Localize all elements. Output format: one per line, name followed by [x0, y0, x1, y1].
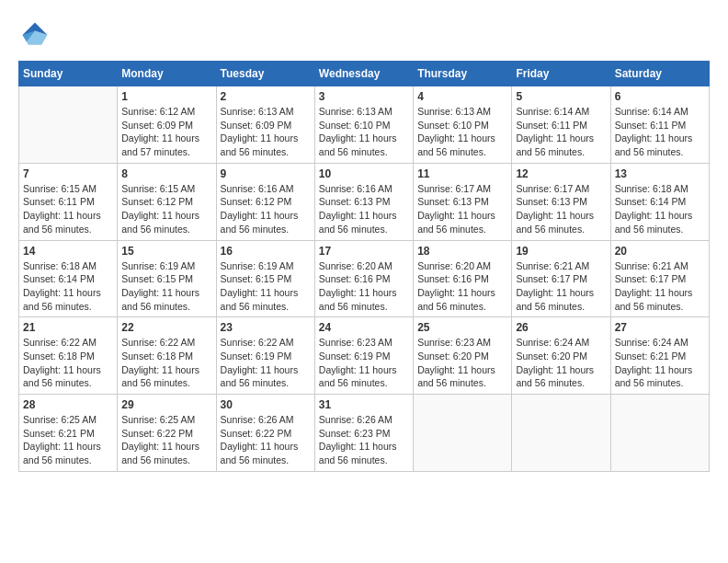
day-cell: 19Sunrise: 6:21 AM Sunset: 6:17 PM Dayli…: [512, 240, 610, 317]
day-info: Sunrise: 6:18 AM Sunset: 6:14 PM Dayligh…: [23, 259, 113, 314]
day-number: 20: [615, 245, 705, 258]
day-info: Sunrise: 6:24 AM Sunset: 6:20 PM Dayligh…: [516, 336, 606, 390]
day-cell: 18Sunrise: 6:20 AM Sunset: 6:16 PM Dayli…: [414, 240, 512, 317]
day-cell: 5Sunrise: 6:14 AM Sunset: 6:11 PM Daylig…: [512, 86, 610, 164]
day-cell: 6Sunrise: 6:14 AM Sunset: 6:11 PM Daylig…: [610, 86, 709, 164]
week-row-1: 7Sunrise: 6:15 AM Sunset: 6:11 PM Daylig…: [19, 163, 710, 240]
day-number: 10: [319, 167, 409, 180]
day-cell: 9Sunrise: 6:16 AM Sunset: 6:12 PM Daylig…: [216, 163, 314, 240]
logo-icon: [18, 18, 51, 52]
day-number: 28: [23, 398, 113, 411]
day-number: 5: [516, 90, 606, 103]
day-info: Sunrise: 6:12 AM Sunset: 6:09 PM Dayligh…: [121, 105, 211, 159]
calendar-header: SundayMondayTuesdayWednesdayThursdayFrid…: [19, 62, 710, 86]
day-info: Sunrise: 6:22 AM Sunset: 6:18 PM Dayligh…: [23, 336, 113, 390]
day-cell: 17Sunrise: 6:20 AM Sunset: 6:16 PM Dayli…: [314, 240, 413, 317]
day-cell: 29Sunrise: 6:25 AM Sunset: 6:22 PM Dayli…: [118, 395, 216, 472]
day-number: 14: [23, 245, 113, 258]
day-number: 7: [23, 167, 113, 180]
day-header-wednesday: Wednesday: [314, 62, 413, 86]
day-number: 15: [121, 245, 211, 258]
day-cell: 30Sunrise: 6:26 AM Sunset: 6:22 PM Dayli…: [216, 395, 314, 472]
day-info: Sunrise: 6:23 AM Sunset: 6:20 PM Dayligh…: [417, 336, 507, 390]
day-info: Sunrise: 6:16 AM Sunset: 6:13 PM Dayligh…: [319, 182, 409, 236]
day-info: Sunrise: 6:19 AM Sunset: 6:15 PM Dayligh…: [121, 259, 211, 314]
day-cell: 31Sunrise: 6:26 AM Sunset: 6:23 PM Dayli…: [314, 395, 413, 472]
day-number: 31: [319, 398, 409, 411]
day-number: 12: [516, 167, 606, 180]
day-info: Sunrise: 6:25 AM Sunset: 6:22 PM Dayligh…: [121, 413, 211, 467]
day-cell: 13Sunrise: 6:18 AM Sunset: 6:14 PM Dayli…: [610, 163, 709, 240]
day-header-thursday: Thursday: [414, 62, 512, 86]
day-number: 21: [23, 321, 113, 334]
day-number: 17: [319, 245, 409, 258]
day-cell: 7Sunrise: 6:15 AM Sunset: 6:11 PM Daylig…: [19, 163, 118, 240]
day-cell: 20Sunrise: 6:21 AM Sunset: 6:17 PM Dayli…: [610, 240, 709, 317]
day-info: Sunrise: 6:22 AM Sunset: 6:19 PM Dayligh…: [221, 336, 311, 390]
day-info: Sunrise: 6:26 AM Sunset: 6:23 PM Dayligh…: [319, 413, 409, 467]
day-info: Sunrise: 6:17 AM Sunset: 6:13 PM Dayligh…: [417, 182, 507, 236]
day-cell: 27Sunrise: 6:24 AM Sunset: 6:21 PM Dayli…: [610, 317, 709, 395]
day-info: Sunrise: 6:16 AM Sunset: 6:12 PM Dayligh…: [221, 182, 311, 236]
day-number: 24: [319, 321, 409, 334]
day-cell: 10Sunrise: 6:16 AM Sunset: 6:13 PM Dayli…: [314, 163, 413, 240]
day-cell: 22Sunrise: 6:22 AM Sunset: 6:18 PM Dayli…: [118, 317, 216, 395]
day-number: 30: [221, 398, 311, 411]
day-cell: 24Sunrise: 6:23 AM Sunset: 6:19 PM Dayli…: [314, 317, 413, 395]
day-number: 11: [417, 167, 507, 180]
week-row-4: 28Sunrise: 6:25 AM Sunset: 6:21 PM Dayli…: [19, 395, 710, 472]
day-info: Sunrise: 6:22 AM Sunset: 6:18 PM Dayligh…: [121, 336, 211, 390]
day-info: Sunrise: 6:15 AM Sunset: 6:12 PM Dayligh…: [121, 182, 211, 236]
day-number: 8: [121, 167, 211, 180]
week-row-2: 14Sunrise: 6:18 AM Sunset: 6:14 PM Dayli…: [19, 240, 710, 317]
day-cell: 16Sunrise: 6:19 AM Sunset: 6:15 PM Dayli…: [216, 240, 314, 317]
day-cell: 2Sunrise: 6:13 AM Sunset: 6:09 PM Daylig…: [216, 86, 314, 164]
day-cell: 3Sunrise: 6:13 AM Sunset: 6:10 PM Daylig…: [314, 86, 413, 164]
day-info: Sunrise: 6:13 AM Sunset: 6:09 PM Dayligh…: [221, 105, 311, 159]
day-cell: [512, 395, 610, 472]
day-header-sunday: Sunday: [19, 62, 118, 86]
day-cell: [610, 395, 709, 472]
day-header-monday: Monday: [118, 62, 216, 86]
week-row-3: 21Sunrise: 6:22 AM Sunset: 6:18 PM Dayli…: [19, 317, 710, 395]
logo: [18, 18, 55, 52]
day-cell: 4Sunrise: 6:13 AM Sunset: 6:10 PM Daylig…: [414, 86, 512, 164]
day-info: Sunrise: 6:18 AM Sunset: 6:14 PM Dayligh…: [615, 182, 705, 236]
day-number: 16: [221, 245, 311, 258]
calendar-table: SundayMondayTuesdayWednesdayThursdayFrid…: [18, 61, 710, 472]
day-cell: [19, 86, 118, 164]
day-info: Sunrise: 6:13 AM Sunset: 6:10 PM Dayligh…: [319, 105, 409, 159]
day-cell: 12Sunrise: 6:17 AM Sunset: 6:13 PM Dayli…: [512, 163, 610, 240]
day-header-friday: Friday: [512, 62, 610, 86]
day-info: Sunrise: 6:13 AM Sunset: 6:10 PM Dayligh…: [417, 105, 507, 159]
day-info: Sunrise: 6:14 AM Sunset: 6:11 PM Dayligh…: [615, 105, 705, 159]
week-row-0: 1Sunrise: 6:12 AM Sunset: 6:09 PM Daylig…: [19, 86, 710, 164]
day-cell: [414, 395, 512, 472]
day-header-tuesday: Tuesday: [216, 62, 314, 86]
day-number: 22: [121, 321, 211, 334]
day-number: 6: [615, 90, 705, 103]
day-info: Sunrise: 6:21 AM Sunset: 6:17 PM Dayligh…: [516, 259, 606, 314]
day-cell: 11Sunrise: 6:17 AM Sunset: 6:13 PM Dayli…: [414, 163, 512, 240]
day-cell: 8Sunrise: 6:15 AM Sunset: 6:12 PM Daylig…: [118, 163, 216, 240]
day-number: 13: [615, 167, 705, 180]
day-number: 2: [221, 90, 311, 103]
day-info: Sunrise: 6:19 AM Sunset: 6:15 PM Dayligh…: [221, 259, 311, 314]
day-info: Sunrise: 6:26 AM Sunset: 6:22 PM Dayligh…: [221, 413, 311, 467]
day-header-saturday: Saturday: [610, 62, 709, 86]
day-number: 26: [516, 321, 606, 334]
day-number: 25: [417, 321, 507, 334]
day-number: 4: [417, 90, 507, 103]
day-info: Sunrise: 6:17 AM Sunset: 6:13 PM Dayligh…: [516, 182, 606, 236]
day-cell: 21Sunrise: 6:22 AM Sunset: 6:18 PM Dayli…: [19, 317, 118, 395]
day-cell: 23Sunrise: 6:22 AM Sunset: 6:19 PM Dayli…: [216, 317, 314, 395]
days-header-row: SundayMondayTuesdayWednesdayThursdayFrid…: [19, 62, 710, 86]
day-number: 1: [121, 90, 211, 103]
day-info: Sunrise: 6:15 AM Sunset: 6:11 PM Dayligh…: [23, 182, 113, 236]
page-header: [18, 18, 710, 52]
day-cell: 15Sunrise: 6:19 AM Sunset: 6:15 PM Dayli…: [118, 240, 216, 317]
day-number: 23: [221, 321, 311, 334]
day-cell: 28Sunrise: 6:25 AM Sunset: 6:21 PM Dayli…: [19, 395, 118, 472]
day-cell: 14Sunrise: 6:18 AM Sunset: 6:14 PM Dayli…: [19, 240, 118, 317]
day-cell: 1Sunrise: 6:12 AM Sunset: 6:09 PM Daylig…: [118, 86, 216, 164]
